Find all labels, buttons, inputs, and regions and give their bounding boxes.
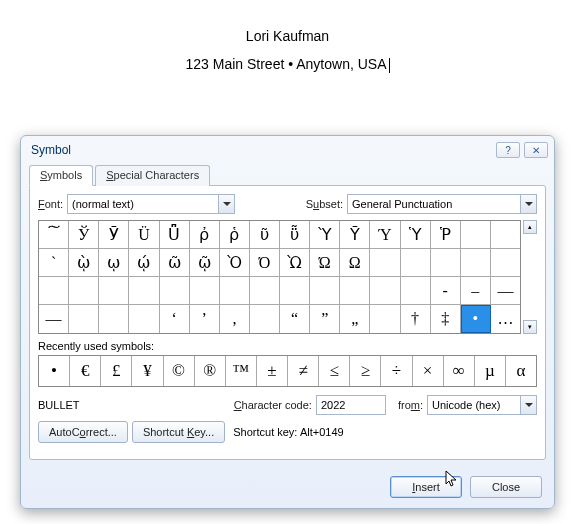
symbol-cell[interactable]: Ὸ [220, 249, 250, 277]
symbol-cell[interactable] [129, 277, 159, 305]
symbol-cell[interactable]: Ὺ [310, 221, 340, 249]
recent-symbol-cell[interactable]: α [506, 356, 536, 386]
symbol-cell[interactable] [250, 277, 280, 305]
symbol-cell[interactable]: ͠ [39, 221, 69, 249]
recent-symbol-cell[interactable]: ¥ [132, 356, 163, 386]
symbol-cell[interactable]: „ [340, 305, 370, 333]
symbol-cell[interactable]: Ῥ [431, 221, 461, 249]
symbol-cell[interactable] [370, 249, 400, 277]
symbol-cell[interactable]: ‚ [220, 305, 250, 333]
symbol-cell[interactable]: Ü [129, 221, 159, 249]
symbol-cell[interactable]: • [461, 305, 491, 333]
symbol-cell[interactable] [491, 249, 520, 277]
symbol-cell[interactable]: Ὑ [401, 221, 431, 249]
symbol-cell[interactable] [491, 221, 520, 249]
recent-symbol-cell[interactable]: ∞ [444, 356, 475, 386]
recent-symbol-cell[interactable]: ® [195, 356, 226, 386]
recent-symbol-cell[interactable]: ™ [226, 356, 257, 386]
symbol-cell[interactable] [280, 277, 310, 305]
symbol-cell[interactable] [461, 221, 491, 249]
symbol-cell[interactable]: ῳ [99, 249, 129, 277]
recent-symbol-cell[interactable]: £ [101, 356, 132, 386]
symbol-cell[interactable] [129, 305, 159, 333]
symbol-cell[interactable] [370, 305, 400, 333]
symbol-cell[interactable] [69, 277, 99, 305]
help-button[interactable]: ? [496, 142, 520, 158]
symbol-cell[interactable]: Ό [250, 249, 280, 277]
symbol-cell[interactable] [39, 277, 69, 305]
symbol-cell[interactable]: Ў [69, 221, 99, 249]
tab-special-characters[interactable]: Special Characters [95, 165, 210, 186]
symbol-cell[interactable]: ῥ [220, 221, 250, 249]
symbol-cell[interactable] [250, 305, 280, 333]
symbol-cell[interactable]: – [461, 277, 491, 305]
symbol-cell[interactable]: — [491, 277, 520, 305]
symbol-cell[interactable] [461, 249, 491, 277]
symbol-cell[interactable]: † [401, 305, 431, 333]
symbol-cell[interactable]: ῤ [190, 221, 220, 249]
symbol-cell[interactable] [190, 277, 220, 305]
close-window-button[interactable]: ✕ [524, 142, 548, 158]
symbol-cell[interactable]: Ύ [370, 221, 400, 249]
symbol-cell[interactable] [69, 305, 99, 333]
recent-symbol-cell[interactable]: × [413, 356, 444, 386]
chevron-down-icon[interactable] [520, 195, 536, 213]
symbol-cell[interactable] [340, 277, 370, 305]
font-combo[interactable]: (normal text) [67, 194, 235, 214]
tab-symbols[interactable]: Symbols [29, 165, 93, 186]
insert-button[interactable]: Insert [390, 476, 462, 498]
symbol-cell[interactable]: ” [310, 305, 340, 333]
recent-symbol-cell[interactable]: ± [257, 356, 288, 386]
autocorrect-button[interactable]: AutoCorrect... [38, 421, 128, 443]
symbol-cell[interactable] [401, 277, 431, 305]
symbol-cell[interactable]: ῶ [160, 249, 190, 277]
chevron-down-icon[interactable] [520, 396, 536, 414]
symbol-cell[interactable] [99, 277, 129, 305]
symbol-cell[interactable]: ’ [190, 305, 220, 333]
shortcutkey-button[interactable]: Shortcut Key... [132, 421, 225, 443]
scroll-up-button[interactable]: ▴ [523, 220, 537, 234]
symbol-cell[interactable]: - [431, 277, 461, 305]
symbol-cell[interactable]: Ӯ [99, 221, 129, 249]
symbol-cell[interactable] [310, 277, 340, 305]
recent-symbol-cell[interactable]: ≤ [319, 356, 350, 386]
symbol-cell[interactable]: Ώ [310, 249, 340, 277]
symbol-cell[interactable]: ῷ [190, 249, 220, 277]
recent-symbol-cell[interactable]: • [39, 356, 70, 386]
symbol-cell[interactable] [99, 305, 129, 333]
charcode-input[interactable] [316, 395, 386, 415]
symbol-cell[interactable] [160, 277, 190, 305]
symbol-cell[interactable]: “ [280, 305, 310, 333]
symbol-cell[interactable]: ‡ [431, 305, 461, 333]
recent-symbols-grid[interactable]: •€£¥©®™±≠≤≥÷×∞µα [38, 355, 537, 387]
symbol-cell[interactable]: ` [39, 249, 69, 277]
symbol-cell[interactable] [220, 277, 250, 305]
chevron-down-icon[interactable] [218, 195, 234, 213]
symbol-cell[interactable]: Ǖ [160, 221, 190, 249]
symbol-cell[interactable]: ῦ [250, 221, 280, 249]
symbol-cell[interactable]: Ῡ [340, 221, 370, 249]
titlebar[interactable]: Symbol ? ✕ [21, 136, 554, 164]
symbol-cell[interactable]: Ω [340, 249, 370, 277]
symbol-cell[interactable] [431, 249, 461, 277]
recent-symbol-cell[interactable]: ÷ [381, 356, 412, 386]
recent-symbol-cell[interactable]: ≠ [288, 356, 319, 386]
recent-symbol-cell[interactable]: ≥ [350, 356, 381, 386]
symbol-cell[interactable]: ‘ [160, 305, 190, 333]
symbol-cell[interactable]: ― [39, 305, 69, 333]
scroll-down-button[interactable]: ▾ [523, 320, 537, 334]
symbol-cell[interactable] [401, 249, 431, 277]
close-button[interactable]: Close [470, 476, 542, 498]
symbol-cell[interactable]: ῧ [280, 221, 310, 249]
subset-combo[interactable]: General Punctuation [347, 194, 537, 214]
recent-symbol-cell[interactable]: µ [475, 356, 506, 386]
symbol-cell[interactable]: … [491, 305, 520, 333]
symbol-cell[interactable] [370, 277, 400, 305]
symbol-cell[interactable]: Ὼ [280, 249, 310, 277]
recent-symbol-cell[interactable]: € [70, 356, 101, 386]
symbol-cell[interactable]: ῴ [129, 249, 159, 277]
symbol-grid[interactable]: ͠ЎӮÜǕῤῥῦῧῪῩΎὙῬ`ῲῳῴῶῷῸΌῺΏΩ-–—―‘’‚“”„†‡•… [38, 220, 521, 334]
symbol-cell[interactable]: ῲ [69, 249, 99, 277]
recent-symbol-cell[interactable]: © [164, 356, 195, 386]
from-combo[interactable]: Unicode (hex) [427, 395, 537, 415]
